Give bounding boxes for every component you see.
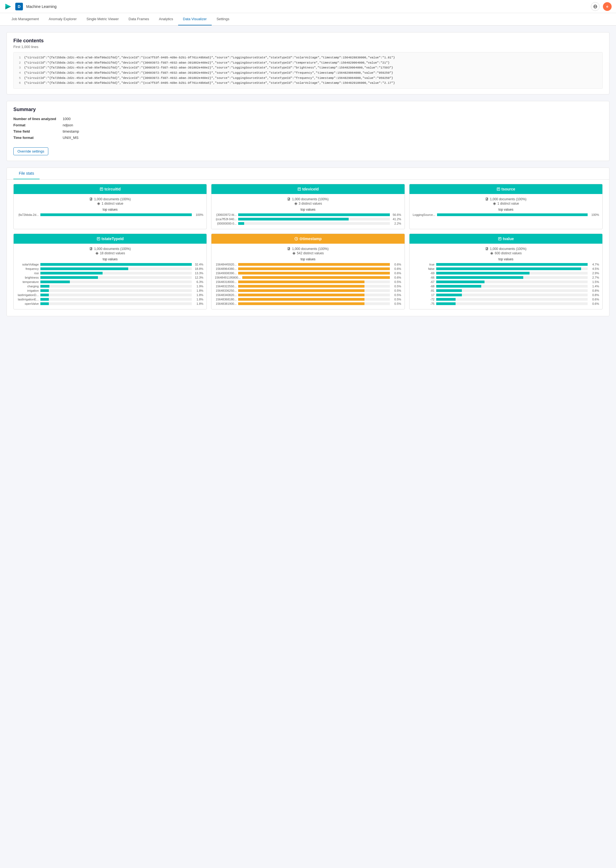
stat-distinct-count: 1 distinct value (102, 202, 123, 206)
bar-row: -72 0.6% (413, 298, 599, 301)
bar-row: -67 1.5% (413, 280, 599, 283)
bar-fill (436, 289, 462, 292)
bar-label: -72 (413, 298, 435, 301)
bar-container (436, 267, 588, 270)
bar-percentage: 0.5% (391, 293, 401, 297)
stat-card-header: ⊙timestamp (211, 234, 404, 244)
bar-container (437, 213, 588, 216)
bar-container (40, 285, 192, 288)
file-stats-section: File stats tcircuitId 1,000 documents (1… (6, 168, 610, 316)
bar-fill (436, 294, 462, 296)
bar-label: 17 (413, 293, 435, 297)
bar-row: -68 1.4% (413, 285, 599, 288)
document-icon (485, 198, 489, 201)
stat-docs-count: 1,000 documents (100%) (292, 197, 328, 201)
bar-row: -69 2.9% (413, 272, 599, 275)
tab-analytics[interactable]: Analytics (154, 13, 178, 25)
tab-data-visualizer[interactable]: Data Visualizer (178, 13, 212, 25)
bar-label: {30603972-fd... (215, 213, 237, 216)
bar-fill (40, 289, 49, 292)
bar-percentage: 0.5% (391, 289, 401, 292)
summary-label-format: Format (13, 123, 56, 127)
bar-row: irrigation 1.8% (17, 289, 203, 292)
globe-button[interactable] (591, 2, 600, 11)
tab-anomaly-explorer[interactable]: Anomaly Explorer (44, 13, 82, 25)
bar-percentage: 0.5% (391, 285, 401, 288)
bar-row: -66 2.7% (413, 276, 599, 279)
stats-grid-row1: tcircuitId 1,000 documents (100%) 1 dist… (7, 179, 609, 229)
stat-card-header: tsource (410, 184, 602, 194)
summary-value-lines: 1000 (63, 117, 603, 121)
bar-percentage: 1.8% (193, 293, 203, 297)
override-settings-button[interactable]: Override settings (13, 147, 48, 155)
bar-container (238, 222, 390, 225)
summary-card: Summary Number of lines analyzed 1000 Fo… (6, 101, 610, 161)
stat-card-field-name: tstateTypeId (102, 237, 124, 241)
bar-label: -75 (413, 302, 435, 305)
stat-distinct-count: 3 distinct values (299, 202, 322, 206)
file-stats-tab[interactable]: File stats (13, 168, 39, 179)
distinct-icon (490, 252, 493, 255)
file-contents-card: File contents First 1,000 lines 1 {"circ… (6, 32, 610, 94)
text-icon (97, 237, 101, 241)
file-line: 3 {"circuitId":"{fa72bbda-2d2c-45c9-a7a0… (16, 65, 600, 71)
bar-row: 17 0.8% (413, 293, 599, 297)
user-avatar[interactable]: e (603, 2, 611, 11)
top-values-title: top values (17, 257, 203, 261)
file-line: 1 {"circuitId":"{fa72bbda-2d2c-45c9-a7a0… (16, 55, 600, 60)
summary-value-format: ndjson (63, 123, 603, 127)
bar-percentage: 4.7% (589, 263, 599, 266)
line-number: 2 (16, 60, 21, 66)
bar-label: {00000000-0... (215, 222, 237, 225)
bar-container (238, 213, 390, 216)
tab-single-metric-viewer[interactable]: Single Metric Viewer (82, 13, 124, 25)
distinct-icon (95, 252, 99, 255)
bar-label: 15648322550... (215, 285, 237, 288)
bar-percentage: 0.6% (391, 267, 401, 270)
bar-row: 15649008390... 0.6% (215, 272, 401, 275)
topbar-actions: e (591, 2, 611, 11)
text-icon (100, 187, 104, 191)
tab-data-frames[interactable]: Data Frames (124, 13, 154, 25)
stat-docs-line: 1,000 documents (100%) (413, 247, 599, 251)
bar-label: -69 (413, 272, 435, 275)
clock-icon (294, 237, 298, 241)
bar-label: -68 (413, 285, 435, 288)
bar-container (436, 298, 588, 301)
app-icon: D (15, 3, 23, 10)
bar-row: LoggingSource... 100% (413, 213, 599, 216)
bar-container (238, 272, 390, 275)
bar-percentage: 2.7% (589, 276, 599, 279)
summary-label-timeformat: Time format (13, 135, 56, 140)
bar-fill (238, 218, 348, 220)
tab-job-management[interactable]: Job Management (6, 13, 44, 25)
bar-row: false 4.5% (413, 267, 599, 270)
summary-value-timefield: timestamp (63, 129, 603, 134)
bar-label: 15648491195800... (215, 276, 240, 279)
stat-meta: 1,000 documents (100%) 600 distinct valu… (413, 247, 599, 255)
bar-label: charging (17, 285, 39, 288)
distinct-icon (292, 252, 296, 255)
stat-card-header: tvalue (410, 234, 602, 244)
document-icon (485, 247, 489, 251)
bar-container (436, 302, 588, 305)
stat-docs-line: 1,000 documents (100%) (215, 197, 401, 201)
text-icon (497, 187, 500, 191)
bar-fill (40, 302, 49, 305)
line-content: {"circuitId":"{fa72bbda-2d2c-45c9-a7a0-9… (24, 71, 393, 75)
tab-settings[interactable]: Settings (212, 13, 234, 25)
bar-row: temperature 6.3% (17, 280, 203, 283)
bar-label: 15649008390... (215, 272, 237, 275)
document-icon (287, 198, 291, 201)
stat-meta: 1,000 documents (100%) 1 distinct value (413, 197, 599, 206)
bar-container (436, 272, 588, 275)
stat-card-body: 1,000 documents (100%) 3 distinct values… (211, 194, 404, 229)
bar-fill (436, 285, 481, 288)
summary-value-timeformat: UNIX_MS (63, 135, 603, 140)
bar-row: {00000000-0... 2.2% (215, 222, 401, 225)
summary-grid: Number of lines analyzed 1000 Format ndj… (13, 117, 603, 140)
svg-marker-1 (5, 6, 11, 9)
stat-card-field-name: tvalue (503, 237, 514, 241)
bar-row: 15648964380... 0.6% (215, 267, 401, 270)
bar-container (436, 294, 588, 296)
